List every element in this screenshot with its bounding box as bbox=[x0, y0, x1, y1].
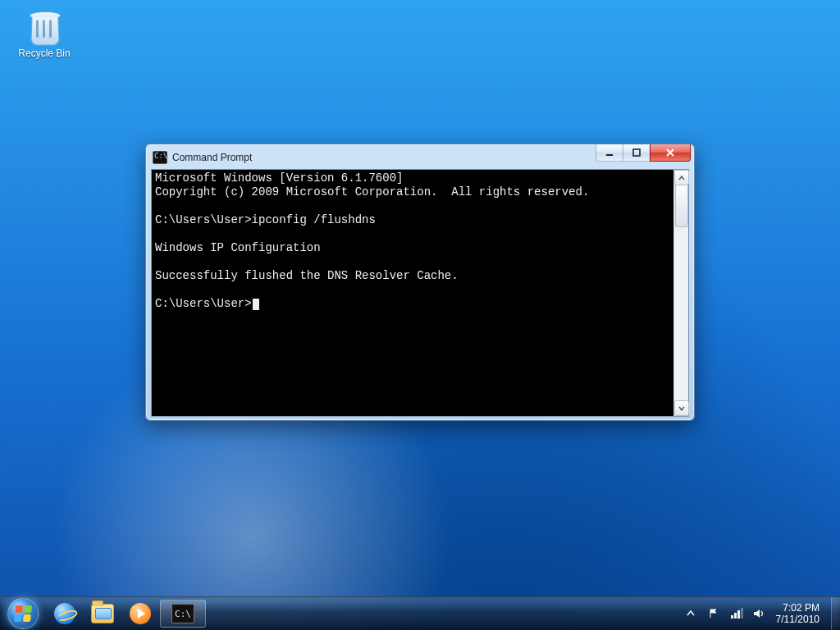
command-prompt-window[interactable]: Command Prompt Microsoft Windows [Versio… bbox=[145, 144, 695, 421]
chevron-up-icon bbox=[687, 609, 695, 618]
console-line: Successfully flushed the DNS Resolver Ca… bbox=[155, 269, 459, 282]
window-controls bbox=[596, 144, 691, 162]
desktop[interactable]: Recycle Bin Command Prompt Microsoft Win… bbox=[0, 0, 840, 630]
scroll-down-button[interactable] bbox=[674, 400, 689, 416]
recycle-bin-label: Recycle Bin bbox=[13, 48, 75, 59]
taskbar-internet-explorer[interactable] bbox=[46, 597, 84, 630]
clock-date: 7/11/2010 bbox=[776, 614, 819, 625]
scroll-thumb[interactable] bbox=[675, 185, 688, 227]
start-button[interactable] bbox=[0, 597, 46, 630]
console-area: Microsoft Windows [Version 6.1.7600] Cop… bbox=[151, 169, 689, 417]
console-prompt: C:\Users\User> bbox=[155, 297, 252, 310]
close-button[interactable] bbox=[650, 144, 691, 162]
console-output[interactable]: Microsoft Windows [Version 6.1.7600] Cop… bbox=[152, 170, 673, 416]
taskbar-windows-explorer[interactable] bbox=[84, 597, 121, 630]
console-line: C:\Users\User>ipconfig /flushdns bbox=[155, 213, 376, 226]
svg-rect-3 bbox=[734, 613, 737, 619]
console-line: Microsoft Windows [Version 6.1.7600] bbox=[155, 171, 403, 185]
chevron-up-icon bbox=[678, 175, 685, 181]
cursor bbox=[253, 299, 259, 310]
recycle-bin-icon bbox=[25, 7, 64, 46]
show-desktop-button[interactable] bbox=[831, 597, 840, 630]
system-tray: 7:02 PM 7/11/2010 bbox=[676, 597, 831, 630]
flag-icon bbox=[708, 608, 719, 619]
scroll-up-button[interactable] bbox=[674, 170, 689, 185]
taskbar-media-player[interactable] bbox=[121, 597, 159, 630]
maximize-icon bbox=[632, 148, 641, 157]
start-orb-icon bbox=[7, 598, 39, 629]
show-hidden-icons-button[interactable] bbox=[684, 607, 697, 620]
vertical-scrollbar[interactable] bbox=[673, 170, 688, 416]
taskbar-command-prompt[interactable]: C:\ bbox=[160, 600, 206, 628]
svg-rect-0 bbox=[606, 154, 613, 156]
action-center-icon[interactable] bbox=[707, 607, 720, 620]
svg-rect-1 bbox=[633, 149, 640, 156]
internet-explorer-icon bbox=[53, 602, 76, 625]
window-title: Command Prompt bbox=[172, 152, 252, 163]
close-icon bbox=[665, 148, 675, 158]
taskbar-clock[interactable]: 7:02 PM 7/11/2010 bbox=[776, 602, 823, 625]
speaker-icon bbox=[753, 608, 766, 619]
media-player-icon bbox=[129, 602, 152, 625]
volume-icon[interactable] bbox=[753, 607, 766, 620]
svg-rect-5 bbox=[741, 608, 743, 619]
taskbar: C:\ 7:02 PM bbox=[0, 596, 840, 630]
network-icon[interactable] bbox=[730, 607, 743, 620]
svg-rect-2 bbox=[731, 615, 733, 619]
network-bars-icon bbox=[730, 608, 743, 619]
command-prompt-icon bbox=[153, 151, 167, 164]
clock-time: 7:02 PM bbox=[783, 602, 819, 614]
minimize-icon bbox=[605, 148, 614, 157]
chevron-down-icon bbox=[678, 405, 685, 412]
recycle-bin[interactable]: Recycle Bin bbox=[13, 7, 75, 59]
folder-icon bbox=[91, 602, 114, 625]
minimize-button[interactable] bbox=[596, 144, 623, 162]
command-prompt-taskbar-icon: C:\ bbox=[171, 602, 194, 625]
console-line: Windows IP Configuration bbox=[155, 241, 321, 254]
console-line: Copyright (c) 2009 Microsoft Corporation… bbox=[155, 185, 589, 199]
svg-rect-4 bbox=[737, 610, 740, 619]
maximize-button[interactable] bbox=[623, 144, 651, 162]
